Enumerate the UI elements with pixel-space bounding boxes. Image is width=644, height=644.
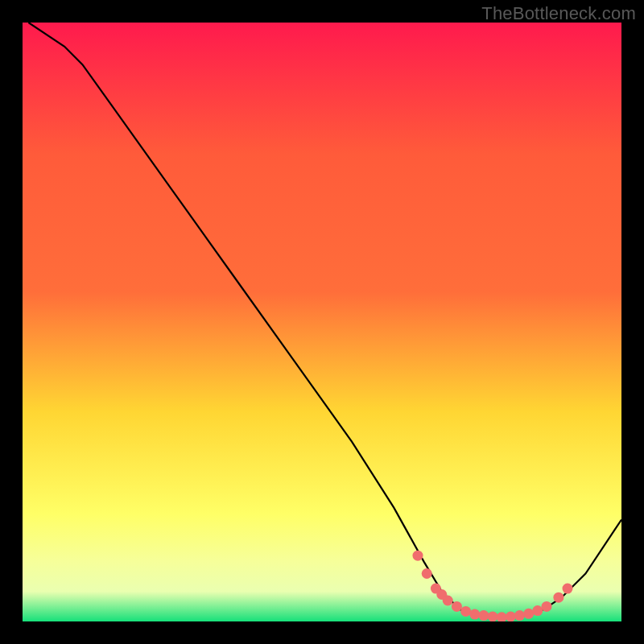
scatter-dot xyxy=(563,584,573,594)
scatter-dot xyxy=(413,551,423,561)
scatter-dot xyxy=(506,612,516,622)
scatter-dot xyxy=(452,601,462,612)
scatter-dot xyxy=(523,609,534,619)
chart-frame: TheBottleneck.com xyxy=(0,0,644,644)
scatter-dot xyxy=(478,610,489,621)
scatter-dot xyxy=(422,568,432,579)
scatter-dot xyxy=(542,601,552,612)
scatter-dot xyxy=(553,592,564,603)
watermark-text: TheBottleneck.com xyxy=(481,3,636,24)
scatter-dot xyxy=(460,606,471,617)
scatter-dot xyxy=(488,612,498,622)
scatter-dot xyxy=(514,610,525,621)
plot-background xyxy=(23,23,621,621)
scatter-dot xyxy=(469,609,480,620)
chart-canvas xyxy=(0,0,644,644)
scatter-dot xyxy=(497,612,507,622)
scatter-dot xyxy=(532,605,543,616)
scatter-dot xyxy=(443,596,453,606)
